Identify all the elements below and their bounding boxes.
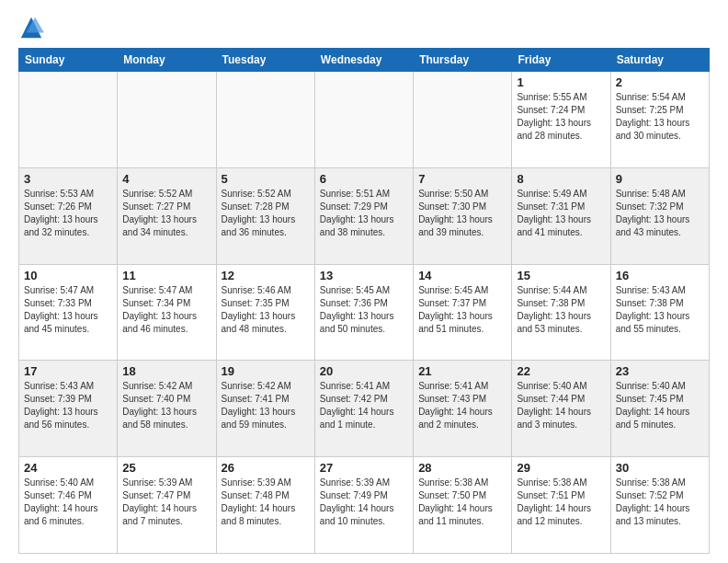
calendar-table: SundayMondayTuesdayWednesdayThursdayFrid… [18,48,710,554]
day-number: 21 [418,364,506,378]
calendar-cell: 27Sunrise: 5:39 AM Sunset: 7:49 PM Dayli… [314,457,413,554]
calendar-cell: 24Sunrise: 5:40 AM Sunset: 7:46 PM Dayli… [19,457,118,554]
day-number: 6 [320,172,408,186]
calendar-cell: 17Sunrise: 5:43 AM Sunset: 7:39 PM Dayli… [19,361,118,457]
day-number: 17 [24,364,112,378]
day-number: 11 [122,269,210,282]
calendar-cell [414,72,512,168]
weekday-header: Monday [118,49,216,72]
calendar-cell [216,72,314,168]
day-number: 18 [122,364,210,378]
logo [18,15,48,40]
day-info: Sunrise: 5:38 AM Sunset: 7:50 PM Dayligh… [418,477,493,526]
day-number: 5 [222,172,310,186]
day-info: Sunrise: 5:43 AM Sunset: 7:38 PM Dayligh… [616,285,690,334]
day-info: Sunrise: 5:39 AM Sunset: 7:47 PM Dayligh… [122,477,197,526]
calendar-cell: 29Sunrise: 5:38 AM Sunset: 7:51 PM Dayli… [512,457,610,554]
day-info: Sunrise: 5:40 AM Sunset: 7:46 PM Dayligh… [24,477,98,526]
day-number: 16 [616,269,704,282]
day-info: Sunrise: 5:52 AM Sunset: 7:27 PM Dayligh… [122,189,197,237]
day-info: Sunrise: 5:47 AM Sunset: 7:34 PM Dayligh… [122,285,197,334]
calendar-cell: 7Sunrise: 5:50 AM Sunset: 7:30 PM Daylig… [414,167,512,264]
weekday-header: Thursday [414,49,512,72]
day-info: Sunrise: 5:42 AM Sunset: 7:41 PM Dayligh… [222,381,296,430]
calendar-cell: 18Sunrise: 5:42 AM Sunset: 7:40 PM Dayli… [118,361,216,457]
calendar-cell: 13Sunrise: 5:45 AM Sunset: 7:36 PM Dayli… [314,264,413,361]
calendar-cell: 6Sunrise: 5:51 AM Sunset: 7:29 PM Daylig… [314,167,413,264]
calendar-cell: 12Sunrise: 5:46 AM Sunset: 7:35 PM Dayli… [216,264,314,361]
day-number: 3 [24,172,112,186]
calendar-cell: 2Sunrise: 5:54 AM Sunset: 7:25 PM Daylig… [610,72,709,168]
calendar-cell [314,72,413,168]
calendar-cell: 5Sunrise: 5:52 AM Sunset: 7:28 PM Daylig… [216,167,314,264]
calendar-cell: 14Sunrise: 5:45 AM Sunset: 7:37 PM Dayli… [414,264,512,361]
weekday-header: Wednesday [314,49,413,72]
calendar-week-row: 17Sunrise: 5:43 AM Sunset: 7:39 PM Dayli… [19,361,710,457]
day-info: Sunrise: 5:54 AM Sunset: 7:25 PM Dayligh… [616,92,690,141]
calendar-cell: 3Sunrise: 5:53 AM Sunset: 7:26 PM Daylig… [19,167,118,264]
weekday-header: Sunday [19,49,118,72]
day-number: 2 [616,75,704,89]
day-info: Sunrise: 5:41 AM Sunset: 7:42 PM Dayligh… [320,381,394,430]
day-number: 19 [222,364,310,378]
calendar-cell [118,72,216,168]
day-number: 30 [616,461,704,475]
day-number: 27 [320,461,408,475]
calendar-cell: 1Sunrise: 5:55 AM Sunset: 7:24 PM Daylig… [512,72,610,168]
day-info: Sunrise: 5:38 AM Sunset: 7:51 PM Dayligh… [517,477,591,526]
day-info: Sunrise: 5:40 AM Sunset: 7:45 PM Dayligh… [616,381,690,430]
day-number: 24 [24,461,112,475]
weekday-header: Saturday [610,49,709,72]
day-number: 23 [616,364,704,378]
weekday-header: Friday [512,49,610,72]
logo-icon [18,15,44,40]
calendar-cell: 10Sunrise: 5:47 AM Sunset: 7:33 PM Dayli… [19,264,118,361]
day-number: 1 [517,75,605,89]
day-number: 20 [320,364,408,378]
weekday-header: Tuesday [216,49,314,72]
day-number: 4 [122,172,210,186]
calendar-cell: 4Sunrise: 5:52 AM Sunset: 7:27 PM Daylig… [118,167,216,264]
calendar-cell: 11Sunrise: 5:47 AM Sunset: 7:34 PM Dayli… [118,264,216,361]
calendar-cell: 22Sunrise: 5:40 AM Sunset: 7:44 PM Dayli… [512,361,610,457]
calendar-cell: 25Sunrise: 5:39 AM Sunset: 7:47 PM Dayli… [118,457,216,554]
calendar-week-row: 10Sunrise: 5:47 AM Sunset: 7:33 PM Dayli… [19,264,710,361]
day-info: Sunrise: 5:45 AM Sunset: 7:37 PM Dayligh… [418,285,493,334]
day-number: 15 [517,269,605,282]
day-number: 8 [517,172,605,186]
calendar-cell: 23Sunrise: 5:40 AM Sunset: 7:45 PM Dayli… [610,361,709,457]
calendar-cell: 21Sunrise: 5:41 AM Sunset: 7:43 PM Dayli… [414,361,512,457]
day-info: Sunrise: 5:44 AM Sunset: 7:38 PM Dayligh… [517,285,591,334]
calendar-week-row: 1Sunrise: 5:55 AM Sunset: 7:24 PM Daylig… [19,72,710,168]
calendar-cell: 26Sunrise: 5:39 AM Sunset: 7:48 PM Dayli… [216,457,314,554]
calendar-cell [19,72,118,168]
day-info: Sunrise: 5:45 AM Sunset: 7:36 PM Dayligh… [320,285,394,334]
day-number: 10 [24,269,112,282]
day-number: 25 [122,461,210,475]
day-info: Sunrise: 5:40 AM Sunset: 7:44 PM Dayligh… [517,381,591,430]
calendar-header-row: SundayMondayTuesdayWednesdayThursdayFrid… [19,49,710,72]
day-info: Sunrise: 5:50 AM Sunset: 7:30 PM Dayligh… [418,189,493,237]
calendar-week-row: 3Sunrise: 5:53 AM Sunset: 7:26 PM Daylig… [19,167,710,264]
calendar-cell: 20Sunrise: 5:41 AM Sunset: 7:42 PM Dayli… [314,361,413,457]
day-info: Sunrise: 5:47 AM Sunset: 7:33 PM Dayligh… [24,285,98,334]
day-info: Sunrise: 5:51 AM Sunset: 7:29 PM Dayligh… [320,189,394,237]
header [18,15,710,40]
page: SundayMondayTuesdayWednesdayThursdayFrid… [0,0,728,563]
day-number: 22 [517,364,605,378]
day-info: Sunrise: 5:49 AM Sunset: 7:31 PM Dayligh… [517,189,591,237]
day-number: 13 [320,269,408,282]
day-info: Sunrise: 5:42 AM Sunset: 7:40 PM Dayligh… [122,381,197,430]
calendar-cell: 8Sunrise: 5:49 AM Sunset: 7:31 PM Daylig… [512,167,610,264]
day-info: Sunrise: 5:38 AM Sunset: 7:52 PM Dayligh… [616,477,690,526]
calendar-cell: 16Sunrise: 5:43 AM Sunset: 7:38 PM Dayli… [610,264,709,361]
day-info: Sunrise: 5:52 AM Sunset: 7:28 PM Dayligh… [222,189,296,237]
day-info: Sunrise: 5:46 AM Sunset: 7:35 PM Dayligh… [222,285,296,334]
day-number: 28 [418,461,506,475]
day-info: Sunrise: 5:39 AM Sunset: 7:48 PM Dayligh… [222,477,296,526]
day-info: Sunrise: 5:55 AM Sunset: 7:24 PM Dayligh… [517,92,591,141]
day-number: 7 [418,172,506,186]
day-number: 26 [222,461,310,475]
day-number: 14 [418,269,506,282]
calendar-cell: 30Sunrise: 5:38 AM Sunset: 7:52 PM Dayli… [610,457,709,554]
